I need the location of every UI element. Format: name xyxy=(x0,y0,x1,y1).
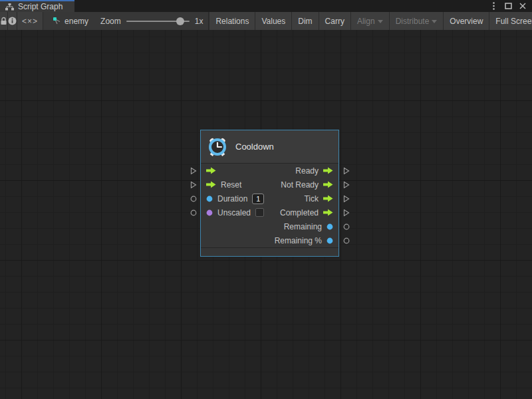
value-input-port[interactable] xyxy=(206,209,213,216)
dropdown-caret-icon xyxy=(432,20,437,23)
zoom-slider[interactable] xyxy=(126,21,190,22)
info-icon xyxy=(8,17,17,25)
breadcrumb[interactable]: enemy xyxy=(43,12,95,30)
zoom-slider-handle[interactable] xyxy=(176,17,184,25)
lock-button[interactable] xyxy=(0,12,8,30)
port-label: Unscaled xyxy=(217,208,251,217)
port-row: Unscaled Completed xyxy=(201,205,338,219)
carry-button[interactable]: Carry xyxy=(319,12,350,30)
unscaled-checkbox[interactable] xyxy=(255,208,264,217)
dropdown-caret-icon xyxy=(378,20,383,23)
maximize-icon[interactable] xyxy=(503,1,513,11)
tab-script-graph[interactable]: Script Graph xyxy=(0,0,74,12)
duration-value-input[interactable] xyxy=(252,194,264,204)
port-row: Remaining xyxy=(201,219,338,233)
port-triangle-icon[interactable] xyxy=(190,167,197,174)
alarm-clock-icon xyxy=(207,137,227,157)
values-button[interactable]: Values xyxy=(255,12,291,30)
port-label: Tick xyxy=(304,194,319,203)
close-icon[interactable] xyxy=(517,1,528,11)
flow-input-port[interactable] xyxy=(206,181,216,188)
graph-asset-icon xyxy=(53,17,61,25)
port-label: Reset xyxy=(221,180,241,190)
flow-output-port[interactable] xyxy=(323,181,333,188)
value-output-port[interactable] xyxy=(327,223,333,230)
port-triangle-icon[interactable] xyxy=(190,181,197,188)
port-circle-icon[interactable] xyxy=(190,196,197,202)
menu-icon[interactable] xyxy=(488,1,499,11)
port-label: Completed xyxy=(280,208,319,217)
flow-input-port[interactable] xyxy=(206,167,216,174)
zoom-label: Zoom xyxy=(100,17,121,26)
port-label: Remaining % xyxy=(275,236,322,245)
port-triangle-icon[interactable] xyxy=(343,195,350,202)
dim-button[interactable]: Dim xyxy=(291,12,318,30)
port-label: Duration xyxy=(217,194,247,203)
port-triangle-icon[interactable] xyxy=(343,181,350,188)
port-circle-icon[interactable] xyxy=(190,209,197,216)
window-controls xyxy=(488,0,532,12)
cooldown-node[interactable]: Cooldown Ready xyxy=(200,130,339,257)
port-label: Ready xyxy=(295,166,319,176)
value-output-port[interactable] xyxy=(327,237,333,244)
port-row: Reset Not Ready xyxy=(201,178,338,192)
toolbar-buttons: Relations Values Dim Carry Align Distrib… xyxy=(209,12,532,30)
breadcrumb-label: enemy xyxy=(65,17,88,26)
info-button[interactable] xyxy=(8,12,17,30)
flow-output-port[interactable] xyxy=(323,167,333,174)
graph-icon xyxy=(5,3,14,11)
port-circle-icon[interactable] xyxy=(343,237,350,244)
relations-button[interactable]: Relations xyxy=(209,12,255,30)
port-row: Ready xyxy=(201,164,338,178)
zoom-control: Zoom 1x xyxy=(95,12,209,30)
port-triangle-icon[interactable] xyxy=(343,167,350,174)
port-label: Remaining xyxy=(284,222,322,231)
value-input-port[interactable] xyxy=(206,196,213,202)
tab-title: Script Graph xyxy=(18,2,63,11)
code-view-button[interactable] xyxy=(17,12,43,30)
node-footer xyxy=(201,247,338,256)
code-icon xyxy=(22,17,38,26)
port-row: Duration Tick xyxy=(201,192,338,205)
node-title: Cooldown xyxy=(235,142,274,152)
distribute-button: Distribute xyxy=(389,12,444,30)
align-button: Align xyxy=(350,12,389,30)
fullscreen-button[interactable]: Full Screen xyxy=(489,12,532,30)
port-circle-icon[interactable] xyxy=(343,223,350,230)
flow-output-port[interactable] xyxy=(323,195,333,202)
node-header[interactable]: Cooldown xyxy=(201,130,338,164)
port-label: Not Ready xyxy=(281,180,319,190)
title-bar: Script Graph xyxy=(0,0,532,12)
overview-button[interactable]: Overview xyxy=(443,12,489,30)
zoom-value: 1x xyxy=(195,17,203,26)
port-row: Remaining % xyxy=(201,233,338,247)
graph-canvas[interactable]: Cooldown Ready xyxy=(0,30,532,399)
lock-icon xyxy=(0,17,7,25)
port-triangle-icon[interactable] xyxy=(343,209,350,216)
graph-toolbar: enemy Zoom 1x Relations Values Dim Carry… xyxy=(0,12,532,30)
flow-output-port[interactable] xyxy=(323,209,333,216)
